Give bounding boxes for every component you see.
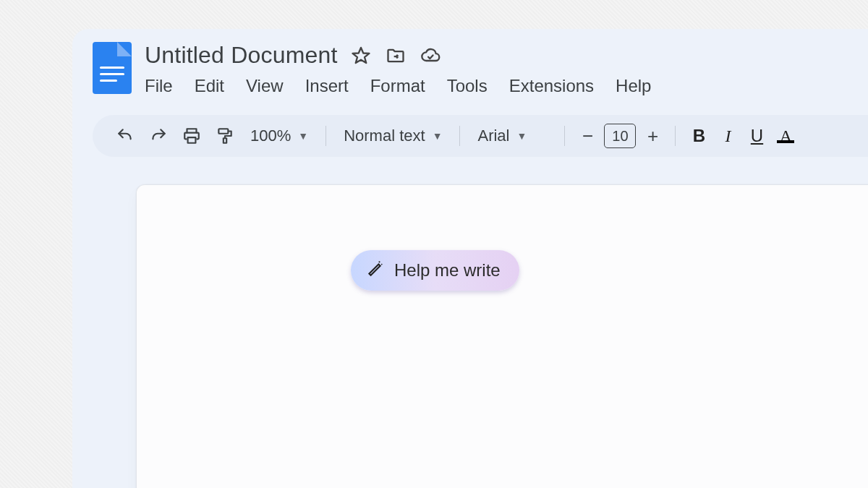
menu-insert[interactable]: Insert xyxy=(305,76,349,96)
docs-header: Untitled Document xyxy=(72,29,868,96)
menubar: File Edit View Insert Format Tools Exten… xyxy=(145,73,651,96)
font-family-dropdown[interactable]: Arial ▼ xyxy=(469,115,556,157)
star-icon[interactable] xyxy=(351,46,371,66)
chevron-down-icon: ▼ xyxy=(517,130,527,142)
menu-edit[interactable]: Edit xyxy=(195,76,224,96)
docs-logo-icon[interactable] xyxy=(93,42,132,94)
help-me-write-button[interactable]: Help me write xyxy=(351,250,519,291)
italic-button[interactable]: I xyxy=(713,127,742,146)
toolbar-divider xyxy=(326,126,326,146)
menu-view[interactable]: View xyxy=(246,76,284,96)
menu-format[interactable]: Format xyxy=(370,76,425,96)
zoom-value: 100% xyxy=(250,127,291,145)
folder-move-icon[interactable] xyxy=(386,46,406,66)
docs-window: Untitled Document xyxy=(72,29,868,488)
undo-button[interactable] xyxy=(109,115,142,157)
redo-button[interactable] xyxy=(142,115,175,157)
document-page[interactable]: Help me write xyxy=(136,184,868,488)
svg-rect-1 xyxy=(187,129,197,132)
underline-button[interactable]: U xyxy=(742,126,771,146)
bold-button[interactable]: B xyxy=(684,126,713,146)
svg-point-6 xyxy=(381,264,383,265)
svg-rect-2 xyxy=(188,137,196,143)
print-button[interactable] xyxy=(175,115,208,157)
menu-help[interactable]: Help xyxy=(616,76,651,96)
menu-extensions[interactable]: Extensions xyxy=(509,76,594,96)
magic-pen-icon xyxy=(365,259,384,282)
font-size-group: − 10 + xyxy=(574,124,666,148)
chevron-down-icon: ▼ xyxy=(433,130,443,142)
toolbar-divider xyxy=(459,126,460,146)
toolbar-divider xyxy=(675,126,676,146)
zoom-dropdown[interactable]: 100% ▼ xyxy=(242,115,317,157)
increase-font-size-button[interactable]: + xyxy=(642,125,663,147)
svg-rect-3 xyxy=(218,129,228,134)
toolbar-divider xyxy=(564,126,565,146)
toolbar: 100% ▼ Normal text ▼ Arial ▼ − 10 + B I … xyxy=(93,115,868,157)
paragraph-style-value: Normal text xyxy=(344,127,425,145)
font-size-input[interactable]: 10 xyxy=(604,124,636,148)
paragraph-style-dropdown[interactable]: Normal text ▼ xyxy=(335,115,451,157)
cloud-saved-icon[interactable] xyxy=(420,46,441,66)
font-family-value: Arial xyxy=(477,127,509,145)
svg-marker-0 xyxy=(352,47,369,62)
title-block: Untitled Document xyxy=(145,42,651,96)
title-row: Untitled Document xyxy=(145,42,651,69)
svg-rect-4 xyxy=(224,138,226,143)
document-title[interactable]: Untitled Document xyxy=(145,42,338,69)
paint-format-button[interactable] xyxy=(208,115,242,157)
menu-file[interactable]: File xyxy=(145,76,173,96)
title-action-icons xyxy=(351,46,441,66)
canvas-area: Help me write xyxy=(136,184,868,488)
menu-tools[interactable]: Tools xyxy=(447,76,488,96)
chevron-down-icon: ▼ xyxy=(298,130,308,142)
text-color-button[interactable]: A xyxy=(771,127,800,146)
svg-point-5 xyxy=(378,261,380,262)
docs-logo-lines xyxy=(100,67,124,82)
decrease-font-size-button[interactable]: − xyxy=(576,125,598,147)
help-me-write-label: Help me write xyxy=(394,260,501,281)
